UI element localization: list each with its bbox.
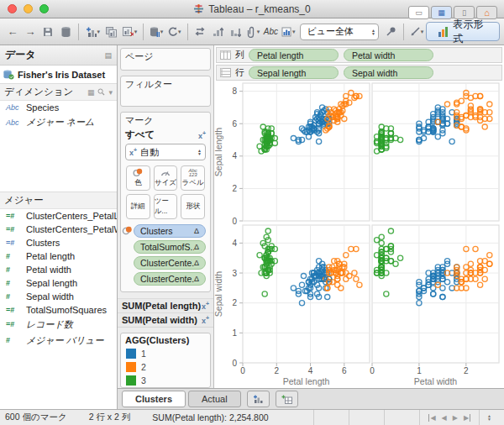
device-preview-button[interactable]: ▯ — [454, 6, 475, 19]
group-members-button[interactable]: ▾ — [244, 22, 261, 42]
search-icon[interactable] — [97, 88, 105, 96]
measure-item[interactable]: #Sepal length — [0, 276, 117, 290]
minimize-window-button[interactable] — [24, 4, 33, 13]
legend-item[interactable]: 1 — [121, 347, 210, 360]
measure-item[interactable]: =#ClusterCenters_PetalWi... — [0, 223, 117, 236]
new-worksheet-tab-icon — [252, 394, 264, 404]
view-size-dropdown[interactable]: ビュー全体 ▲▼ — [300, 24, 379, 40]
new-dashboard-tab-button[interactable] — [276, 391, 298, 407]
rows-shelf[interactable]: 行 Sepal lengthSepal width — [216, 65, 502, 81]
measure-card[interactable]: SUM(Petal width)x+ — [118, 312, 213, 327]
back-button[interactable]: ← — [4, 22, 21, 42]
clear-sheet-button[interactable]: ✕▾ — [120, 22, 139, 42]
fit-menu-button[interactable]: ▾ — [280, 22, 297, 42]
filters-shelf[interactable]: フィルター — [120, 76, 211, 107]
pause-datasource-icon — [150, 26, 159, 38]
datasource-button[interactable] — [57, 22, 74, 42]
new-worksheet-button[interactable]: ▾ — [83, 22, 102, 42]
last-page-button[interactable]: ▶ — [464, 414, 470, 422]
dimension-item[interactable]: AbcSpecies — [0, 101, 117, 114]
forward-button[interactable]: → — [22, 22, 39, 42]
calculated-measure-icon: =# — [6, 239, 22, 247]
mark-button-3[interactable]: Abc123ラベル — [181, 165, 205, 191]
measure-item[interactable]: =#ClusterCenters_PetalLe... — [0, 209, 117, 223]
marks-pill[interactable]: TotalSumofS..Δ — [134, 240, 206, 254]
column-pill[interactable]: Petal width — [344, 49, 433, 61]
measure-card[interactable]: SUM(Petal length)x+ — [118, 298, 213, 312]
marks-pill[interactable]: ClusterCente..Δ — [134, 272, 206, 286]
measure-item[interactable]: =#TotalSumofSquares — [0, 303, 117, 317]
duplicate-sheet-button[interactable] — [102, 22, 119, 42]
mark-button-1[interactable]: 色 — [126, 165, 150, 191]
swap-axes-button[interactable] — [192, 22, 208, 42]
string-field-icon: Abc — [6, 118, 22, 127]
next-page-button[interactable]: ▶ — [453, 414, 458, 422]
column-pill[interactable]: Petal length — [249, 49, 339, 61]
measure-item[interactable]: #Petal length — [0, 249, 117, 263]
x-axis-title[interactable]: Petal width — [414, 376, 458, 386]
mark-button-4[interactable]: 詳細 — [126, 194, 150, 219]
fit-chart-icon — [281, 27, 291, 37]
measure-item[interactable]: #Petal width — [0, 263, 117, 276]
mark-button-2[interactable]: サイズ — [154, 165, 178, 191]
data-pane-title: データ — [5, 48, 36, 62]
normal-mode-button[interactable]: ▭ — [408, 6, 429, 19]
measure-item[interactable]: =#レコード数 — [0, 317, 117, 333]
dimension-item[interactable]: Abcメジャー ネーム — [0, 114, 117, 130]
row-pill[interactable]: Sepal width — [344, 66, 433, 79]
presentation-mode-button[interactable]: ⌂ — [476, 6, 497, 19]
measure-item[interactable]: #メジャー バリュー — [0, 333, 117, 349]
analytics-toggle-icon[interactable]: ▤ — [104, 51, 112, 60]
dimensions-list: AbcSpeciesAbcメジャー ネーム — [0, 101, 117, 130]
pin-icon — [386, 26, 396, 37]
pause-updates-button[interactable]: ▾ — [148, 22, 165, 42]
y-axis-title[interactable]: Sepal width — [214, 271, 223, 317]
measure-item[interactable]: =#Clusters — [0, 236, 117, 249]
sort-descending-button[interactable] — [227, 22, 244, 42]
sheet-tab-clusters[interactable]: Clusters — [122, 391, 186, 407]
mark-button-5[interactable]: ツール... — [154, 194, 178, 219]
show-me-button[interactable]: 表示形式 — [426, 22, 500, 41]
highlighter-icon — [410, 26, 420, 37]
marks-pill[interactable]: ClusterCente..Δ — [134, 256, 206, 270]
y-tick-label: 8 — [232, 87, 237, 96]
columns-shelf[interactable]: 列 Petal lengthPetal width — [216, 47, 502, 63]
previous-page-button[interactable]: ◀ — [442, 414, 447, 422]
legend-item[interactable]: 3 — [121, 374, 210, 387]
sort-ascending-button[interactable] — [209, 22, 226, 42]
refresh-button[interactable]: ▾ — [165, 22, 182, 42]
x-tick-label: 0 — [240, 366, 245, 375]
show-mark-labels-button[interactable]: Abc — [262, 22, 279, 42]
measure-label: ClusterCenters_PetalLe... — [26, 211, 117, 221]
measure-label: レコード数 — [26, 318, 73, 331]
row-pill[interactable]: Sepal length — [249, 66, 339, 79]
sheet-tab-actual[interactable]: Actual — [188, 391, 241, 407]
zoom-window-button[interactable] — [39, 4, 49, 13]
measure-label: メジャー バリュー — [26, 334, 104, 347]
plot-pane — [243, 83, 370, 221]
view-data-icon[interactable]: ▦ — [87, 88, 95, 97]
save-button[interactable] — [39, 22, 56, 42]
pin-button[interactable] — [382, 22, 399, 42]
marks-all-row[interactable]: すべて x+ — [121, 128, 210, 142]
calculated-measure-icon: =# — [6, 212, 22, 220]
mark-type-dropdown[interactable]: x+ 自動 ▲▼ — [125, 144, 206, 160]
new-worksheet-tab-button[interactable] — [247, 391, 270, 407]
new-worksheet-icon — [85, 26, 97, 38]
legend-item[interactable]: 2 — [121, 360, 210, 374]
status-stepper-icon[interactable]: ▲▼ — [479, 410, 499, 425]
y-tick-label: 4 — [232, 239, 237, 248]
mark-button-6[interactable]: 形状 — [181, 194, 205, 219]
measure-item[interactable]: #Sepal width — [0, 290, 117, 303]
first-page-button[interactable]: ◀ — [428, 414, 435, 422]
datasource-item[interactable]: Fisher's Iris Dataset — [0, 66, 117, 83]
y-tick-label: 1 — [232, 328, 237, 338]
close-window-button[interactable] — [8, 4, 17, 13]
sort-fields-caret-icon[interactable]: ▾ — [108, 88, 113, 97]
marks-pill[interactable]: ClustersΔ — [134, 224, 206, 238]
y-axis-title[interactable]: Sepal length — [214, 128, 223, 177]
highlight-button[interactable]: ▾ — [408, 22, 425, 42]
x-axis-title[interactable]: Petal length — [283, 376, 330, 386]
grid-mode-button[interactable]: ▦ — [431, 6, 452, 19]
pages-shelf[interactable]: ページ — [120, 48, 211, 71]
